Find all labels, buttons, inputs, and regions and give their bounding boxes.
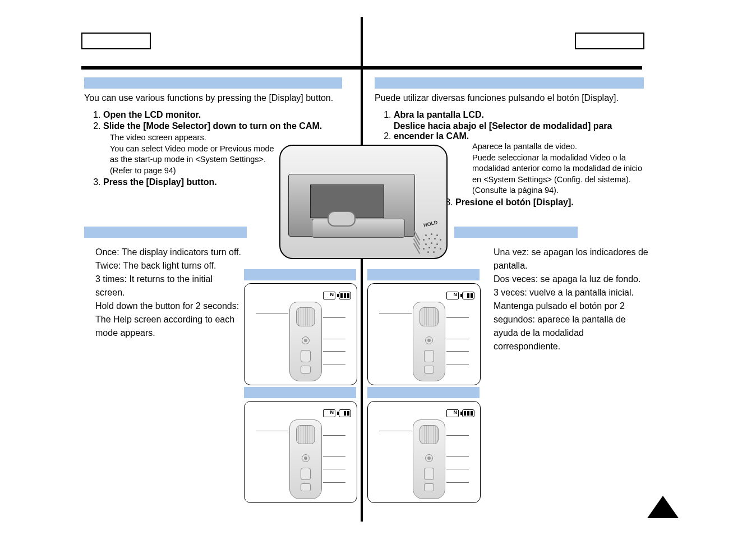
desc-three-en: 3 times: It returns to the initial scree… (95, 273, 241, 299)
behavior-list-english: Once: The display indicators turn off. T… (95, 246, 241, 340)
desc-three-es: 3 veces: vuelve a la pantalla inicial. (494, 286, 651, 299)
step-1-spanish: Abra la pantalla LCD. (394, 110, 644, 120)
memory-icon (323, 409, 335, 417)
grip-lines (411, 232, 423, 253)
section-bar-spanish-1 (375, 77, 644, 89)
battery-icon (339, 292, 351, 299)
memory-icon (446, 409, 459, 417)
diagram-three-times (244, 401, 357, 503)
desc-hold-en: Hold down the button for 2 seconds: The … (95, 299, 241, 340)
intro-text-spanish: Puede utilizar diversas funciones pulsan… (375, 93, 644, 103)
diagram-title-bar-1 (244, 269, 356, 280)
step-2-sub-es: Aparece la pantalla de video. Puede sele… (472, 141, 646, 196)
step-2-sub2-es: Puede seleccionar la modalidad Video o l… (472, 153, 642, 195)
behavior-list-spanish: Una vez: se apagan los indicadores de pa… (494, 246, 651, 353)
vertical-divider (361, 17, 363, 522)
step-1-label-es: Abra la pantalla LCD. (394, 110, 484, 119)
manual-page: You can use various functions by pressin… (0, 0, 756, 535)
speaker-dots (422, 233, 442, 253)
step-3-label: Press the [Display] button. (103, 177, 217, 187)
diagram-once (244, 283, 357, 385)
device-diagram (289, 419, 321, 498)
diagram-title-bar-4 (367, 387, 480, 398)
language-tab-spanish (575, 33, 644, 49)
memory-icon (323, 292, 335, 299)
behavior-section-english: Once: The display indicators turn off. T… (84, 227, 264, 340)
diagram-title-bar-2 (367, 269, 480, 280)
diagram-hold (367, 401, 481, 503)
step-2-sub1: The video screen appears. (110, 132, 342, 144)
page-continue-icon (647, 496, 679, 518)
desc-twice-en: Twice: The back light turns off. (95, 259, 241, 273)
product-photo: HOLD (279, 145, 448, 259)
step-1-label: Open the LCD monitor. (103, 110, 201, 119)
step-3-label-es: Presione el botón [Display]. (455, 197, 574, 207)
desc-hold-es: Mantenga pulsado el botón por 2 segundos… (494, 299, 651, 353)
hold-label: HOLD (423, 219, 438, 228)
battery-icon (339, 409, 351, 417)
desc-once-en: Once: The display indicators turn off. (95, 246, 241, 259)
step-2-label: Slide the [Mode Selector] down to turn o… (103, 121, 322, 131)
device-diagram (289, 302, 321, 380)
step-2-sub2: You can select Video mode or Previous mo… (110, 144, 278, 177)
language-tab-english (81, 33, 151, 49)
section-bar-spanish-2 (454, 227, 578, 238)
memory-icon (446, 292, 459, 299)
battery-icon (462, 292, 474, 299)
step-1-english: Open the LCD monitor. (103, 110, 342, 120)
intro-text-english: You can use various functions by pressin… (84, 93, 342, 103)
device-base (312, 219, 405, 238)
behavior-section-spanish: Una vez: se apagan los indicadores de pa… (482, 227, 628, 353)
step-2-sub1-es: Aparece la pantalla de video. (472, 142, 577, 151)
diagram-title-bar-3 (244, 387, 356, 398)
device-button (328, 211, 356, 227)
device-diagram (413, 302, 444, 380)
desc-twice-es: Dos veces: se apaga la luz de fondo. (494, 273, 651, 286)
diagram-twice (367, 283, 481, 385)
step-2-label-es: Deslice hacia abajo el [Selector de moda… (394, 121, 640, 141)
device-diagram (413, 419, 444, 498)
step-3-spanish: Presione el botón [Display]. (455, 197, 644, 207)
section-bar-english-2 (84, 227, 247, 238)
battery-icon (462, 409, 474, 417)
desc-once-es: Una vez: se apagan los indicadores de pa… (494, 246, 651, 273)
section-bar-english-1 (84, 77, 342, 89)
